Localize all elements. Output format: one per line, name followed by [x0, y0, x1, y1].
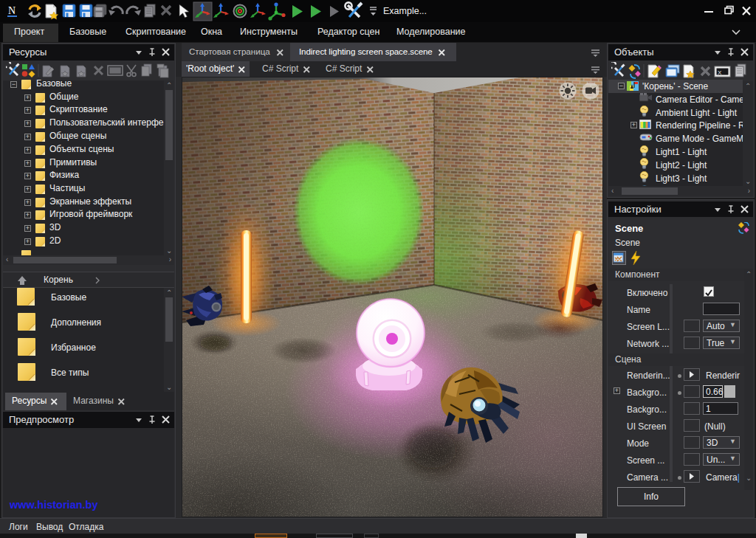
svg-text:X: X [718, 69, 722, 76]
svg-text:N: N [8, 5, 16, 16]
svg-text:Example...: Example... [383, 6, 427, 16]
